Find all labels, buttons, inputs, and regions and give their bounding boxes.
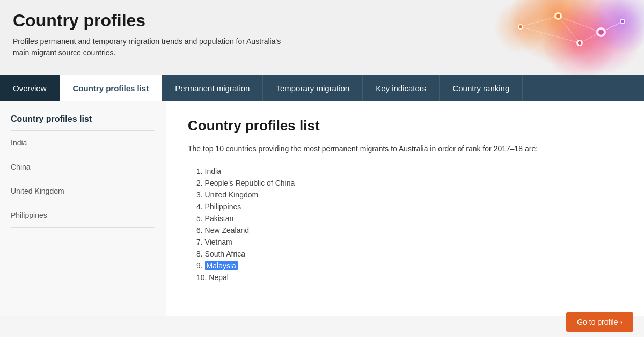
sidebar-title: Country profiles list xyxy=(11,114,155,124)
tab-key-indicators[interactable]: Key indicators xyxy=(363,75,440,101)
sidebar-item-uk[interactable]: United Kingdom xyxy=(11,179,155,203)
svg-point-14 xyxy=(598,30,604,35)
tab-temporary[interactable]: Temporary migration xyxy=(263,75,363,101)
list-item: 10. Nepal xyxy=(188,272,623,283)
tab-profiles-list[interactable]: Country profiles list xyxy=(60,75,163,101)
list-item: 4. Philippines xyxy=(188,201,623,213)
svg-point-16 xyxy=(621,20,624,23)
page-subtitle: Profiles permanent and temporary migrati… xyxy=(13,36,281,58)
svg-point-18 xyxy=(578,41,581,45)
list-item: 9. Malaysia xyxy=(188,260,623,272)
sidebar-item-india[interactable]: India xyxy=(11,131,155,155)
list-item: 3. United Kingdom xyxy=(188,189,623,201)
nav-tabs: Overview Country profiles list Permanent… xyxy=(0,75,644,101)
tab-ranking[interactable]: Country ranking xyxy=(440,75,523,101)
bottom-bar: Go to profile › xyxy=(555,307,644,337)
content-description: The top 10 countries providing the most … xyxy=(188,143,623,155)
go-to-profile-button[interactable]: Go to profile › xyxy=(566,312,633,332)
tab-overview[interactable]: Overview xyxy=(0,75,60,101)
content-title: Country profiles list xyxy=(188,118,623,134)
list-item: 5. Pakistan xyxy=(188,213,623,224)
tab-permanent[interactable]: Permanent migration xyxy=(162,75,263,101)
page-header: Country profiles Profiles permanent and … xyxy=(0,0,644,75)
country-list: 1. India 2. People's Republic of China 3… xyxy=(188,165,623,283)
highlighted-country: Malaysia xyxy=(205,261,238,270)
sidebar-item-philippines[interactable]: Philippines xyxy=(11,203,155,228)
list-item: 1. India xyxy=(188,165,623,177)
list-item: 2. People's Republic of China xyxy=(188,177,623,189)
sidebar-item-china[interactable]: China xyxy=(11,155,155,179)
list-item: 8. South Africa xyxy=(188,248,623,260)
list-item: 7. Vietnam xyxy=(188,236,623,248)
header-graphic xyxy=(386,0,644,75)
svg-point-20 xyxy=(519,25,522,28)
sidebar: Country profiles list India China United… xyxy=(0,101,166,316)
svg-point-12 xyxy=(556,14,560,18)
list-item: 6. New Zealand xyxy=(188,224,623,236)
content-area: Country profiles list The top 10 countri… xyxy=(166,101,644,316)
main-content: Country profiles list India China United… xyxy=(0,101,644,316)
